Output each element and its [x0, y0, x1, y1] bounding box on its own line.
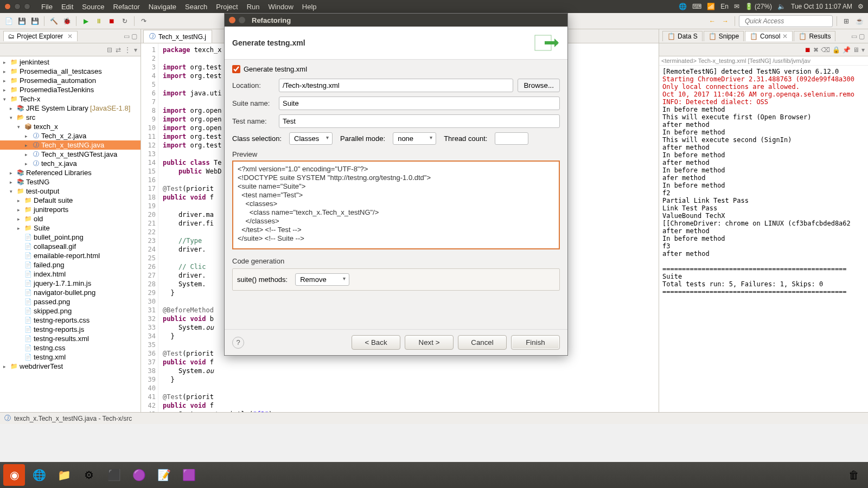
next-button[interactable]: Next > — [405, 335, 454, 350]
menu-refactor[interactable]: Refactor — [109, 3, 144, 11]
menu-help[interactable]: Help — [298, 3, 321, 11]
remove-all-icon[interactable]: ✖ — [813, 46, 819, 54]
gear-icon[interactable]: ⚙ — [858, 3, 864, 10]
clock[interactable]: Tue Oct 10 11:07 AM — [791, 3, 852, 10]
tree-item[interactable]: 📄testng-results.xml — [0, 334, 141, 343]
generate-checkbox[interactable] — [232, 65, 240, 73]
tab-snippe[interactable]: 📋Snippe — [704, 31, 744, 41]
mail-icon[interactable]: ✉ — [734, 3, 739, 10]
volume-icon[interactable]: 🔈 — [777, 3, 786, 10]
settings-launcher-icon[interactable]: ⚙ — [78, 464, 100, 486]
stop-icon[interactable]: ⏹ — [106, 16, 117, 27]
wifi-icon[interactable]: 📶 — [707, 3, 715, 10]
tree-item[interactable]: ▸📁old — [0, 214, 141, 223]
tree-item[interactable]: ▾📂src — [0, 113, 141, 122]
project-tree[interactable]: ▸📁jenkintest▸📁Prosemedia_all_testcases▸📁… — [0, 56, 141, 412]
tree-item[interactable]: ▸📁Prosemedia_automation — [0, 76, 141, 85]
minimize-window-icon[interactable] — [14, 3, 21, 10]
cancel-button[interactable]: Cancel — [458, 335, 507, 350]
tree-item[interactable]: 📄navigator-bullet.png — [0, 288, 141, 297]
files-launcher-icon[interactable]: 📁 — [53, 464, 75, 486]
perspective-icon[interactable]: ⊞ — [841, 16, 852, 27]
chrome-indicator-icon[interactable]: 🌐 — [679, 3, 687, 10]
step-icon[interactable]: ↷ — [138, 16, 149, 27]
minimize-view-icon[interactable]: ▭ — [851, 33, 857, 40]
dialog-minimize-icon[interactable] — [239, 17, 245, 23]
save-all-icon[interactable]: 💾 — [29, 16, 40, 27]
console-output[interactable]: [RemoteTestNG] detected TestNG version 6… — [659, 66, 868, 412]
debug-icon[interactable]: 🐞 — [61, 16, 72, 27]
tree-item[interactable]: 📄passed.png — [0, 297, 141, 306]
location-input[interactable] — [279, 79, 513, 92]
test-name-input[interactable] — [279, 114, 560, 128]
tab-consol[interactable]: 📋Consol ✕ — [745, 31, 793, 41]
tree-item[interactable]: ▸📁junitreports — [0, 205, 141, 214]
tree-item[interactable]: 📄bullet_point.png — [0, 233, 141, 242]
save-icon[interactable]: 💾 — [16, 16, 27, 27]
tree-item[interactable]: ▸ⒿTech_x_testNGTest.java — [0, 150, 141, 159]
terminate-icon[interactable]: ⏹ — [805, 46, 811, 54]
maximize-view-icon[interactable]: ▢ — [859, 33, 865, 40]
menu-window[interactable]: Window — [264, 3, 298, 11]
menu-file[interactable]: File — [37, 3, 57, 11]
battery-indicator[interactable]: 🔋(27%) — [745, 3, 772, 10]
ubuntu-launcher-icon[interactable]: ◉ — [3, 464, 25, 486]
preview-box[interactable]: <?xml version="1.0" encoding="UTF-8"?> <… — [232, 160, 560, 249]
pause-icon[interactable]: ⏸ — [93, 16, 104, 27]
tree-item[interactable]: 📄skipped.png — [0, 306, 141, 316]
suite-name-input[interactable] — [279, 97, 560, 110]
tree-item[interactable]: 📄index.html — [0, 269, 141, 279]
language-indicator[interactable]: En — [720, 3, 729, 10]
close-icon[interactable]: ✕ — [67, 33, 73, 40]
minimize-view-icon[interactable]: ▭ — [124, 33, 130, 40]
clear-console-icon[interactable]: ⌫ — [821, 46, 830, 54]
display-icon[interactable]: 🖥 — [853, 46, 859, 54]
menu-edit[interactable]: Edit — [57, 3, 78, 11]
tab-results[interactable]: 📋Results — [794, 31, 835, 41]
editor-launcher-icon[interactable]: 📝 — [153, 464, 175, 486]
tree-item[interactable]: 📄collapseall.gif — [0, 242, 141, 251]
browse-button[interactable]: Browse... — [518, 79, 560, 92]
tree-item[interactable]: ▸📁ProsemediaTestJenkins — [0, 85, 141, 94]
tree-item[interactable]: ▸Ⓙtech_x.java — [0, 159, 141, 168]
menu-run[interactable]: Run — [242, 3, 264, 11]
java-perspective-icon[interactable]: ☕ — [854, 16, 865, 27]
filter-icon[interactable]: ⋮ — [124, 46, 131, 54]
generate-checkbox-row[interactable]: Generate testng.xml — [232, 65, 560, 73]
tree-item[interactable]: ▾📁Tech-x — [0, 94, 141, 104]
explorer-tab[interactable]: 🗂 Project Explorer ✕ — [3, 31, 78, 41]
eclipse-launcher-icon[interactable]: 🟣 — [128, 464, 150, 486]
help-icon[interactable]: ? — [232, 337, 244, 349]
maximize-window-icon[interactable] — [24, 3, 30, 10]
pin-icon[interactable]: 📌 — [843, 46, 851, 54]
build-icon[interactable]: 🔨 — [48, 16, 59, 27]
link-editor-icon[interactable]: ⇄ — [116, 46, 121, 54]
keyboard-indicator-icon[interactable]: ⌨ — [692, 3, 701, 10]
chrome-launcher-icon[interactable]: 🌐 — [28, 464, 50, 486]
app-launcher-icon[interactable]: 🟪 — [178, 464, 200, 486]
tree-item[interactable]: ▸ⒿTech_x_testNG.java — [0, 140, 141, 150]
scroll-lock-icon[interactable]: 🔒 — [832, 46, 840, 54]
open-console-icon[interactable]: ▾ — [861, 46, 865, 54]
close-window-icon[interactable] — [4, 3, 11, 10]
tree-item[interactable]: 📄jquery-1.7.1.min.js — [0, 279, 141, 288]
dialog-close-icon[interactable] — [229, 17, 235, 23]
new-icon[interactable]: 📄 — [3, 16, 14, 27]
nav-fwd-icon[interactable]: → — [720, 16, 731, 27]
tree-item[interactable]: ▸📚TestNG — [0, 177, 141, 187]
tree-item[interactable]: ▾📦texch_x — [0, 122, 141, 131]
menu-navigate[interactable]: Navigate — [144, 3, 181, 11]
run-icon[interactable]: ▶ — [80, 16, 91, 27]
class-selection-dropdown[interactable]: Classes — [289, 132, 333, 145]
tree-item[interactable]: 📄testng.css — [0, 343, 141, 352]
tree-item[interactable]: ▸📁Default suite — [0, 196, 141, 205]
parallel-mode-dropdown[interactable]: none — [393, 132, 436, 145]
tree-item[interactable]: 📄testng-reports.css — [0, 316, 141, 325]
finish-button[interactable]: Finish — [511, 335, 560, 350]
view-menu-icon[interactable]: ▾ — [134, 46, 137, 54]
suite-methods-dropdown[interactable]: Remove — [295, 273, 349, 286]
tab-datas[interactable]: 📋Data S — [662, 31, 703, 41]
nav-back-icon[interactable]: ← — [707, 16, 718, 27]
thread-count-input[interactable] — [495, 132, 528, 145]
relaunch-icon[interactable]: ↻ — [119, 16, 130, 27]
